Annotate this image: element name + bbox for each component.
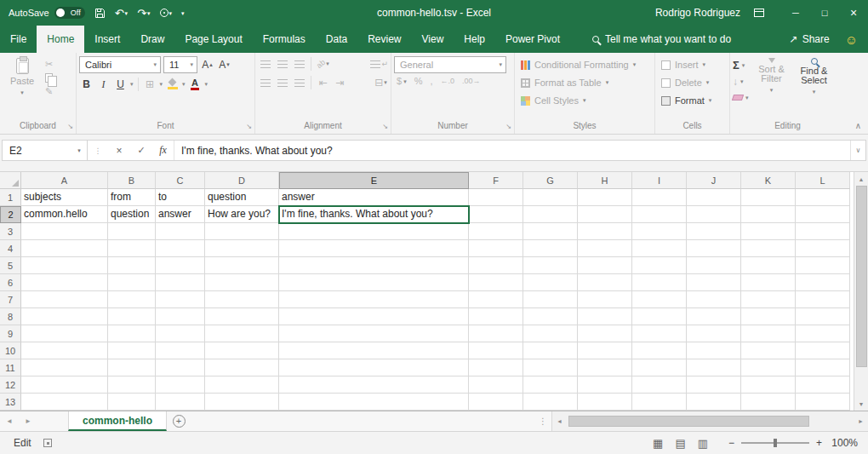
cell-A4[interactable] — [21, 240, 108, 257]
horizontal-scrollbar[interactable]: ◄ ► — [551, 411, 868, 431]
cell-C7[interactable] — [156, 291, 205, 308]
zoom-out-icon[interactable]: − — [728, 437, 734, 449]
close-button[interactable]: × — [839, 0, 868, 26]
cell-B12[interactable] — [108, 376, 156, 394]
borders-dropdown-icon[interactable]: ▾ — [160, 81, 163, 88]
cell-E10[interactable] — [279, 342, 469, 359]
conditional-formatting-button[interactable]: Conditional Formatting▾ — [517, 56, 652, 73]
autosave-toggle[interactable]: AutoSave Off — [9, 7, 85, 19]
alignment-dialog-launcher-icon[interactable]: ↘ — [382, 124, 388, 130]
orientation-icon[interactable]: ab▾ — [316, 56, 330, 72]
cell-J2[interactable] — [687, 206, 741, 223]
cell-F8[interactable] — [469, 308, 523, 325]
autosum-button[interactable]: Σ▾ — [733, 58, 749, 72]
cell-J5[interactable] — [687, 257, 741, 274]
cell-J11[interactable] — [687, 359, 741, 376]
cell-B10[interactable] — [108, 342, 156, 359]
horizontal-scroll-thumb[interactable] — [568, 416, 809, 427]
cell-I4[interactable] — [632, 240, 687, 257]
cell-I9[interactable] — [632, 325, 687, 342]
cell-F2[interactable] — [469, 206, 523, 223]
cell-D8[interactable] — [205, 308, 279, 325]
fill-color-icon[interactable] — [165, 77, 180, 92]
shrink-font-button[interactable]: A▾ — [217, 57, 231, 72]
cell-E4[interactable] — [279, 240, 469, 257]
sheet-nav-right-icon[interactable]: ► — [19, 411, 37, 431]
column-header-I[interactable]: I — [632, 172, 687, 189]
new-sheet-button[interactable]: + — [167, 411, 191, 431]
cell-H4[interactable] — [578, 240, 632, 257]
increase-indent-icon[interactable]: ⇥ — [333, 75, 347, 90]
cell-K5[interactable] — [741, 257, 796, 274]
cell-B1[interactable]: from — [108, 189, 156, 206]
sheet-nav-left-icon[interactable]: ◄ — [0, 411, 19, 431]
cell-K8[interactable] — [741, 308, 796, 325]
cell-F4[interactable] — [469, 240, 523, 257]
formula-input[interactable]: I'm fine, thanks. What about you? — [174, 141, 850, 160]
align-center-icon[interactable] — [275, 75, 289, 90]
cell-D6[interactable] — [205, 274, 279, 291]
clear-button[interactable]: ▾ — [733, 90, 749, 105]
cell-I7[interactable] — [632, 291, 687, 308]
cell-K10[interactable] — [741, 342, 796, 359]
cell-E1[interactable]: answer — [279, 189, 469, 206]
cell-J9[interactable] — [687, 325, 741, 342]
cell-D7[interactable] — [205, 291, 279, 308]
find-select-button[interactable]: Find & Select ▾ — [795, 56, 834, 105]
cell-E8[interactable] — [279, 308, 469, 325]
cell-G1[interactable] — [523, 189, 578, 206]
align-middle-icon[interactable] — [275, 56, 289, 72]
tab-draw[interactable]: Draw — [130, 26, 174, 53]
cell-H2[interactable] — [578, 206, 632, 223]
cell-C2[interactable]: answer — [156, 206, 205, 223]
italic-button[interactable]: I — [96, 77, 111, 92]
row-header-9[interactable]: 9 — [0, 325, 21, 342]
cell-K11[interactable] — [741, 359, 796, 376]
cell-J7[interactable] — [687, 291, 741, 308]
cell-L10[interactable] — [796, 342, 850, 359]
cell-H8[interactable] — [578, 308, 632, 325]
scroll-left-icon[interactable]: ◄ — [552, 418, 567, 424]
cell-B9[interactable] — [108, 325, 156, 342]
cell-C1[interactable]: to — [156, 189, 205, 206]
cell-F3[interactable] — [469, 223, 523, 240]
cell-C3[interactable] — [156, 223, 205, 240]
cell-F12[interactable] — [469, 376, 523, 394]
cell-D12[interactable] — [205, 376, 279, 394]
fill-color-dropdown-icon[interactable]: ▾ — [182, 81, 186, 88]
cell-H9[interactable] — [578, 325, 632, 342]
cell-B13[interactable] — [108, 394, 156, 411]
zoom-slider[interactable] — [741, 442, 809, 444]
cell-I1[interactable] — [632, 189, 687, 206]
cell-B6[interactable] — [108, 274, 156, 291]
cell-F13[interactable] — [469, 394, 523, 411]
cell-J10[interactable] — [687, 342, 741, 359]
tab-home[interactable]: Home — [37, 26, 84, 53]
cell-B7[interactable] — [108, 291, 156, 308]
cell-F11[interactable] — [469, 359, 523, 376]
cell-L8[interactable] — [796, 308, 850, 325]
tab-page-layout[interactable]: Page Layout — [174, 26, 252, 53]
cancel-button[interactable]: × — [108, 141, 130, 160]
cell-L11[interactable] — [796, 359, 850, 376]
cell-F7[interactable] — [469, 291, 523, 308]
row-header-10[interactable]: 10 — [0, 342, 21, 359]
cell-L13[interactable] — [796, 394, 850, 411]
cell-C5[interactable] — [156, 257, 205, 274]
cell-L12[interactable] — [796, 376, 850, 394]
cell-A7[interactable] — [21, 291, 108, 308]
cell-K7[interactable] — [741, 291, 796, 308]
formula-bar-resize-handle[interactable]: ⋮ — [88, 141, 108, 160]
cell-D4[interactable] — [205, 240, 279, 257]
formula-bar-expand-icon[interactable]: ∨ — [850, 141, 865, 160]
cell-E7[interactable] — [279, 291, 469, 308]
cell-C11[interactable] — [156, 359, 205, 376]
undo-icon[interactable]: ↶▾ — [115, 8, 128, 19]
paste-button[interactable]: Paste ▾ — [3, 56, 42, 98]
cell-K12[interactable] — [741, 376, 796, 394]
delete-cells-button[interactable]: Delete▾ — [658, 74, 727, 91]
row-header-4[interactable]: 4 — [0, 240, 21, 257]
tab-review[interactable]: Review — [357, 26, 411, 53]
cell-H7[interactable] — [578, 291, 632, 308]
row-header-5[interactable]: 5 — [0, 257, 21, 274]
